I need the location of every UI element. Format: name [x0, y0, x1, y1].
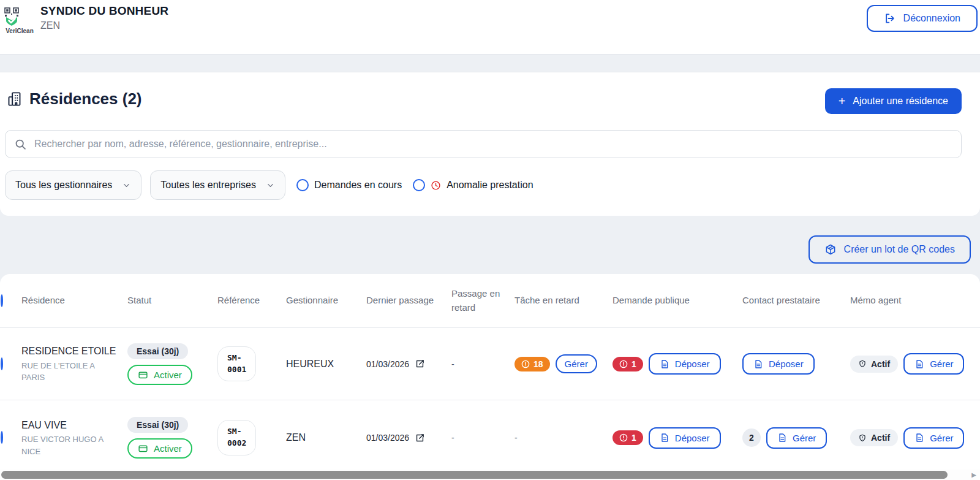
deposit-contact-label: Déposer: [769, 359, 804, 369]
late-tasks-value: -: [514, 433, 612, 443]
brand-name: VeriClean: [1, 28, 38, 34]
table-header-row: Résidence Statut Référence Gestionnaire …: [0, 274, 980, 328]
col-header-demande-publique: Demande publique: [612, 294, 742, 308]
public-request-badge: 1: [612, 357, 643, 371]
col-header-memo-agent: Mémo agent: [850, 294, 980, 308]
search-icon: [14, 138, 27, 151]
filter-anomaly-toggle[interactable]: Anomalie prestation: [413, 179, 533, 191]
col-header-statut: Statut: [127, 294, 217, 308]
reference-pill: SM- 0001: [217, 346, 256, 382]
reference-line1: SM-: [227, 353, 241, 362]
row-checkbox[interactable]: [1, 357, 3, 370]
search-input[interactable]: [34, 139, 952, 150]
managers-dropdown-value: Tous les gestionnaires: [15, 180, 112, 191]
filter-requests-label: Demandes en cours: [314, 180, 402, 191]
manage-contact-label: Gérer: [793, 433, 816, 443]
document-icon: [660, 359, 669, 369]
status-badge: Essai (30j): [127, 417, 188, 433]
late-visit-value: -: [451, 359, 514, 369]
residence-address: RUE DE L'ETOILE A PARIS: [21, 360, 127, 384]
memo-status-label: Actif: [871, 359, 890, 369]
credit-card-icon: [138, 370, 148, 380]
deposit-public-request-button[interactable]: Déposer: [649, 427, 721, 449]
manage-late-tasks-label: Gérer: [565, 359, 588, 369]
manage-memo-button[interactable]: Gérer: [903, 353, 964, 375]
horizontal-scrollbar[interactable]: ▶: [0, 470, 980, 480]
activate-label: Activer: [154, 370, 182, 380]
memo-status-badge: Actif: [850, 356, 898, 373]
public-request-badge: 1: [612, 430, 643, 445]
credit-card-icon: [138, 443, 148, 454]
col-header-passage-retard: Passage en retard: [451, 287, 514, 314]
chevron-down-icon: [122, 181, 131, 190]
col-header-contact-prestataire: Contact prestataire: [742, 294, 850, 308]
companies-dropdown[interactable]: Toutes les entreprises: [150, 170, 285, 200]
memo-status-label: Actif: [871, 433, 890, 443]
late-tasks-count: 18: [533, 359, 543, 369]
companies-dropdown-value: Toutes les entreprises: [160, 180, 256, 191]
filter-requests-toggle[interactable]: Demandes en cours: [296, 179, 402, 191]
radio-circle-icon[interactable]: [296, 179, 309, 191]
residence-address: RUE VICTOR HUGO A NICE: [21, 433, 127, 457]
col-header-residence: Résidence: [21, 294, 127, 308]
col-header-tache-retard: Tâche en retard: [514, 294, 612, 308]
document-icon: [753, 359, 763, 369]
row-checkbox[interactable]: [1, 431, 3, 444]
deposit-public-request-label: Déposer: [675, 359, 710, 369]
package-icon: [824, 243, 837, 256]
residence-name: RESIDENCE ETOILE: [21, 344, 127, 358]
external-link-icon[interactable]: [415, 433, 425, 443]
logout-button[interactable]: Déconnexion: [867, 5, 978, 32]
app-subtitle: ZEN: [40, 20, 168, 31]
manage-memo-button[interactable]: Gérer: [903, 427, 964, 449]
document-icon: [914, 433, 924, 443]
residences-panel: Résidences (2) + Ajouter une résidence T…: [0, 72, 980, 216]
col-header-gestionnaire: Gestionnaire: [286, 294, 366, 308]
activate-button[interactable]: Activer: [127, 438, 192, 459]
alert-circle-icon: [619, 433, 628, 442]
col-header-dernier-passage: Dernier passage: [366, 294, 451, 308]
search-bar[interactable]: [5, 130, 962, 158]
deposit-public-request-label: Déposer: [675, 433, 710, 443]
contact-count-badge: 2: [742, 429, 761, 447]
managers-dropdown[interactable]: Tous les gestionnaires: [5, 170, 141, 200]
alert-circle-icon: [619, 360, 628, 368]
late-tasks-badge: 18: [514, 357, 550, 371]
create-qr-batch-button[interactable]: Créer un lot de QR codes: [809, 235, 971, 264]
divider-band: [0, 54, 980, 72]
logout-label: Déconnexion: [903, 13, 960, 24]
page-title: Résidences (2): [29, 90, 142, 109]
manage-memo-label: Gérer: [930, 433, 953, 443]
table-row: EAU VIVE RUE VICTOR HUGO A NICE Essai (3…: [0, 400, 980, 475]
deposit-contact-button[interactable]: Déposer: [742, 353, 815, 375]
residence-name: EAU VIVE: [21, 418, 127, 432]
late-visit-value: -: [451, 433, 514, 443]
manage-memo-label: Gérer: [930, 359, 953, 369]
app-title: SYNDIC DU BONHEUR: [40, 4, 168, 18]
activate-button[interactable]: Activer: [127, 365, 192, 385]
select-all-checkbox[interactable]: [1, 294, 3, 307]
top-bar: VeriClean SYNDIC DU BONHEUR ZEN Déconnex…: [0, 0, 980, 54]
manage-late-tasks-button[interactable]: Gérer: [556, 354, 597, 373]
manage-contact-button[interactable]: Gérer: [766, 427, 827, 449]
external-link-icon[interactable]: [415, 359, 425, 369]
alert-circle-icon: [521, 360, 530, 368]
status-badge: Essai (30j): [127, 343, 188, 359]
add-residence-button[interactable]: + Ajouter une résidence: [825, 88, 962, 114]
activate-label: Activer: [154, 443, 182, 454]
deposit-public-request-button[interactable]: Déposer: [649, 353, 721, 375]
last-visit-date: 01/03/2026: [366, 433, 409, 443]
table-row: RESIDENCE ETOILE RUE DE L'ETOILE A PARIS…: [0, 328, 980, 400]
last-visit-date: 01/03/2026: [366, 359, 409, 369]
manager-name: HEUREUX: [286, 359, 366, 370]
col-header-reference: Référence: [217, 294, 286, 308]
manager-name: ZEN: [286, 432, 366, 443]
scrollbar-right-arrow-icon[interactable]: ▶: [971, 471, 976, 478]
memo-status-badge: Actif: [850, 429, 898, 446]
radio-circle-icon[interactable]: [413, 179, 425, 191]
chevron-down-icon: [266, 181, 275, 190]
document-icon: [777, 433, 787, 443]
scrollbar-thumb[interactable]: [1, 471, 948, 479]
filter-anomaly-label: Anomalie prestation: [447, 180, 533, 191]
building-icon: [6, 91, 23, 107]
